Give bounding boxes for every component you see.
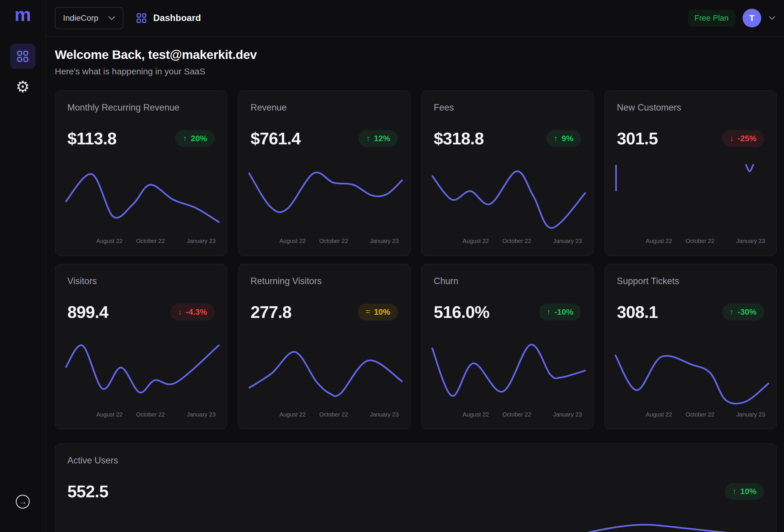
stat-card-title: Fees: [434, 102, 581, 113]
stat-card-title: Revenue: [251, 102, 398, 113]
axis-label: January 23: [553, 238, 582, 245]
trend-arrow-icon: ↑: [730, 307, 734, 316]
axis-label: January 23: [736, 238, 765, 245]
stat-card-revenue: Revenue $761.4 ↑ 12% August 22 October 2…: [238, 90, 410, 256]
axis-label: October 22: [685, 238, 714, 245]
welcome-title: Welcome Back, test@makerkit.dev: [55, 48, 777, 62]
stat-value: 308.1: [617, 302, 658, 322]
stat-card-title: Visitors: [67, 276, 215, 286]
sidebar-item-dashboard[interactable]: [10, 44, 35, 69]
stat-value: 552.5: [67, 481, 108, 501]
main-content: Welcome Back, test@makerkit.dev Here's w…: [46, 36, 784, 532]
sparkline-chart: [432, 164, 586, 235]
trend-value: 10%: [740, 487, 757, 496]
trend-badge: ↑ 9%: [546, 130, 581, 147]
trend-badge: ↑ -30%: [722, 304, 764, 320]
axis-label: August 22: [463, 411, 489, 418]
avatar[interactable]: T: [743, 9, 761, 27]
trend-value: 20%: [191, 134, 207, 143]
page-title: Dashboard: [153, 13, 201, 23]
stat-card-title: New Customers: [617, 102, 764, 113]
welcome-subtitle: Here's what is happening in your SaaS: [55, 66, 777, 77]
stat-card-churn: Churn 516.0% ↑ -10% August 22 October 22…: [421, 264, 593, 429]
trend-arrow-icon: ↑: [547, 307, 551, 316]
sparkline-chart: [615, 338, 769, 409]
stat-card-visitors: Visitors 899.4 ↓ -4.3% August 22 October…: [55, 264, 227, 429]
stat-value: 899.4: [67, 302, 108, 322]
stat-value: 516.0%: [434, 302, 489, 322]
axis-label: October 22: [319, 411, 348, 418]
axis-label: October 22: [136, 238, 165, 245]
sidebar-expand-button[interactable]: →: [16, 495, 30, 509]
stat-value: 301.5: [617, 129, 658, 148]
trend-value: 9%: [562, 134, 573, 143]
sidebar-item-settings[interactable]: ⚙: [10, 77, 35, 96]
axis-label: August 22: [646, 411, 672, 418]
stat-card-new-customers: New Customers 301.5 ↓ -25% August 22 Oct…: [604, 90, 777, 256]
axis-label: October 22: [685, 411, 714, 418]
axis-label: August 22: [463, 238, 489, 245]
x-axis-labels: August 22 October 22 January 23: [55, 238, 227, 245]
trend-value: 12%: [374, 134, 390, 143]
sparkline-chart: [432, 338, 586, 409]
trend-badge: ↓ -4.3%: [170, 304, 215, 320]
x-axis-labels: August 22 October 22 January 23: [421, 411, 593, 419]
sparkline-chart: [249, 164, 402, 235]
axis-label: August 22: [279, 238, 306, 245]
axis-label: January 23: [187, 238, 216, 245]
axis-label: October 22: [502, 238, 531, 245]
axis-label: August 22: [96, 411, 122, 418]
trend-arrow-icon: ↓: [730, 134, 734, 143]
stat-card-title: Active Users: [67, 455, 764, 466]
active-users-card: Active Users 552.5 ↑ 10%: [55, 443, 777, 532]
axis-label: January 23: [370, 411, 399, 418]
axis-label: January 23: [736, 411, 765, 418]
dashboard-grid-icon: [136, 12, 147, 24]
trend-badge: ↓ -25%: [722, 130, 764, 147]
trend-arrow-icon: ↑: [732, 487, 736, 496]
topbar-right: Free Plan T: [688, 9, 775, 27]
trend-badge: ↑ 10%: [725, 483, 764, 500]
stats-grid: Monthly Recurring Revenue $113.8 ↑ 20% A…: [55, 90, 777, 532]
trend-badge: ↑ 20%: [175, 130, 215, 147]
axis-label: January 23: [370, 238, 399, 245]
trend-value: -4.3%: [186, 307, 207, 317]
workspace-selector[interactable]: IndieCorp: [55, 7, 123, 29]
x-axis-labels: August 22 October 22 January 23: [605, 411, 777, 419]
x-axis-labels: August 22 October 22 January 23: [238, 411, 410, 419]
chevron-down-icon: [108, 16, 115, 21]
trend-arrow-icon: ↑: [183, 134, 187, 143]
axis-label: August 22: [96, 238, 122, 245]
dashboard-grid-icon: [16, 50, 29, 63]
stat-card-title: Support Tickets: [617, 276, 764, 286]
axis-label: August 22: [279, 411, 306, 418]
sidebar: m ⚙ →: [0, 0, 46, 532]
axis-label: January 23: [187, 411, 216, 418]
sparkline-chart: [249, 338, 402, 409]
axis-label: January 23: [553, 411, 582, 418]
stat-card-fees: Fees $318.8 ↑ 9% August 22 October 22 Ja…: [421, 90, 593, 256]
sparkline-chart: [66, 164, 219, 235]
sparkline-chart: [615, 164, 769, 235]
trend-badge: ↑ 12%: [359, 130, 398, 147]
stat-card-title: Churn: [434, 276, 581, 286]
sparkline-chart: [66, 338, 219, 409]
gear-icon: ⚙: [16, 78, 30, 96]
trend-badge: = 10%: [358, 304, 398, 320]
x-axis-labels: August 22 October 22 January 23: [421, 238, 593, 245]
trend-arrow-icon: =: [365, 307, 370, 316]
trend-arrow-icon: ↑: [554, 134, 558, 143]
sparkline-chart: [66, 505, 769, 532]
trend-arrow-icon: ↑: [366, 134, 370, 143]
stat-card-support-tickets: Support Tickets 308.1 ↑ -30% August 22 O…: [604, 264, 777, 429]
page-title-group: Dashboard: [136, 12, 201, 24]
trend-value: 10%: [374, 307, 390, 317]
stat-card-title: Monthly Recurring Revenue: [67, 102, 215, 113]
account-chevron-down-icon[interactable]: [769, 16, 775, 20]
trend-badge: ↑ -10%: [539, 304, 581, 320]
axis-label: October 22: [502, 411, 531, 418]
arrow-right-icon: →: [19, 497, 27, 506]
axis-label: October 22: [136, 411, 165, 418]
trend-value: -30%: [738, 307, 757, 317]
trend-value: -10%: [555, 307, 573, 317]
